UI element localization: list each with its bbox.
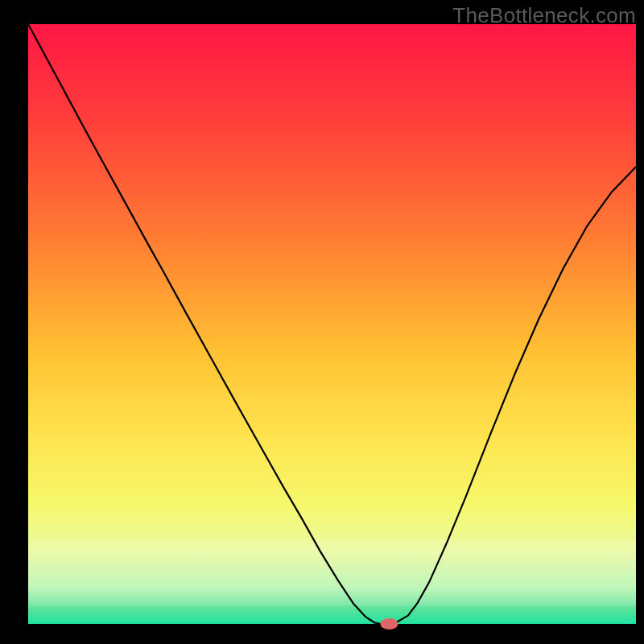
- optimum-marker: [380, 618, 398, 630]
- highlight-band: [28, 540, 636, 606]
- bottleneck-chart: [0, 0, 644, 644]
- chart-frame: TheBottleneck.com: [0, 0, 644, 644]
- plot-background: [28, 24, 636, 624]
